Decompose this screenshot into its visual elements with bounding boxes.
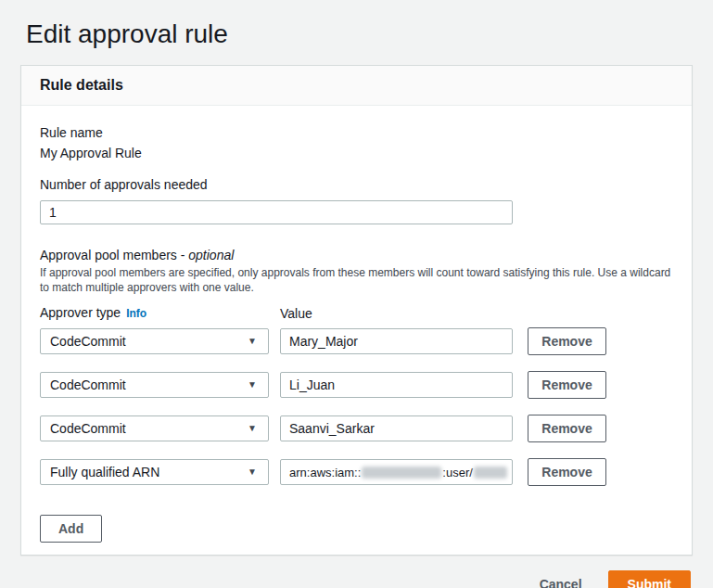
approver-type-selected: CodeCommit bbox=[50, 334, 126, 349]
add-button[interactable]: Add bbox=[40, 515, 102, 543]
arn-prefix-text: arn:aws:iam:: bbox=[289, 466, 361, 479]
approver-type-selected: CodeCommit bbox=[50, 377, 126, 392]
remove-button[interactable]: Remove bbox=[528, 371, 606, 399]
chevron-down-icon: ▼ bbox=[248, 467, 257, 477]
remove-button[interactable]: Remove bbox=[528, 327, 606, 355]
column-labels: Approver typeInfo Value bbox=[40, 304, 673, 322]
chevron-down-icon: ▼ bbox=[248, 424, 257, 433]
approver-row: CodeCommit ▼ Remove bbox=[40, 327, 673, 355]
card-header-title: Rule details bbox=[40, 76, 673, 95]
approver-value-input[interactable]: arn:aws:iam:: :user/ bbox=[280, 459, 513, 485]
value-column-label: Value bbox=[280, 305, 312, 322]
redacted-user-name bbox=[474, 467, 507, 479]
approval-pool-optional-text: optional bbox=[188, 248, 234, 262]
approver-type-label-text: Approver type bbox=[40, 305, 121, 320]
approver-row: Fully qualified ARN ▼ arn:aws:iam:: :use… bbox=[40, 458, 673, 486]
page: Edit approval rule Rule details Rule nam… bbox=[0, 0, 713, 588]
remove-button[interactable]: Remove bbox=[528, 458, 606, 486]
approvals-needed-input[interactable] bbox=[40, 200, 513, 224]
remove-button[interactable]: Remove bbox=[528, 415, 606, 442]
cancel-button[interactable]: Cancel bbox=[540, 577, 582, 588]
approver-row: CodeCommit ▼ Remove bbox=[40, 415, 673, 442]
form-footer: Cancel Submit bbox=[20, 570, 693, 588]
arn-mid-text: :user/ bbox=[442, 466, 473, 479]
rule-name-value: My Approval Rule bbox=[40, 145, 673, 161]
approver-type-dropdown[interactable]: CodeCommit ▼ bbox=[40, 328, 269, 354]
chevron-down-icon: ▼ bbox=[248, 337, 257, 346]
approver-type-selected: Fully qualified ARN bbox=[50, 465, 159, 479]
approvals-needed-label: Number of approvals needed bbox=[40, 176, 673, 193]
approval-pool-label: Approval pool members - optional bbox=[40, 247, 673, 263]
info-link[interactable]: Info bbox=[126, 307, 146, 320]
approver-type-dropdown[interactable]: CodeCommit ▼ bbox=[40, 372, 269, 398]
submit-button[interactable]: Submit bbox=[608, 570, 691, 588]
approver-type-dropdown[interactable]: CodeCommit ▼ bbox=[40, 415, 269, 441]
approver-value-input[interactable] bbox=[280, 328, 513, 354]
approver-row: CodeCommit ▼ Remove bbox=[40, 371, 673, 399]
rule-details-card: Rule details Rule name My Approval Rule … bbox=[20, 65, 693, 556]
chevron-down-icon: ▼ bbox=[248, 380, 257, 390]
approver-type-column-label: Approver typeInfo bbox=[40, 304, 280, 322]
redacted-account-id bbox=[362, 467, 441, 479]
card-body: Rule name My Approval Rule Number of app… bbox=[21, 106, 692, 555]
page-title: Edit approval rule bbox=[26, 19, 693, 50]
approver-type-dropdown[interactable]: Fully qualified ARN ▼ bbox=[40, 459, 269, 485]
approver-value-input[interactable] bbox=[280, 372, 513, 398]
approver-value-input[interactable] bbox=[280, 415, 513, 441]
approval-pool-description: If approval pool members are specified, … bbox=[40, 265, 673, 295]
approval-pool-label-text: Approval pool members - bbox=[40, 248, 188, 262]
approval-pool-section: Approval pool members - optional If appr… bbox=[40, 247, 673, 543]
rule-name-label: Rule name bbox=[40, 124, 673, 141]
card-header: Rule details bbox=[21, 66, 692, 106]
approver-type-selected: CodeCommit bbox=[50, 421, 126, 436]
